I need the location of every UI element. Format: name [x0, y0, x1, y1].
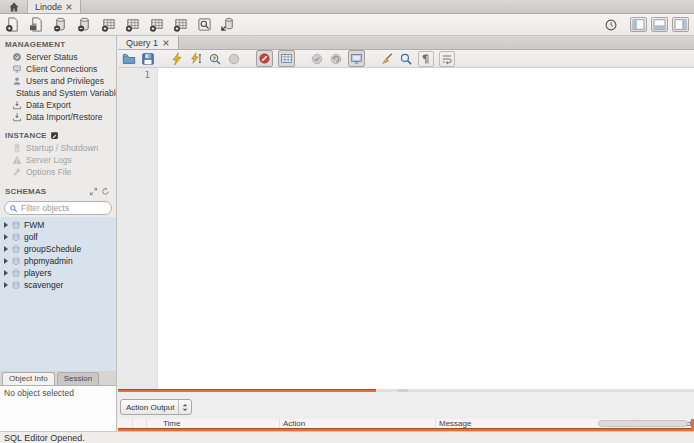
- close-icon[interactable]: [162, 39, 170, 47]
- sql-editor-area: Query 1: [118, 36, 694, 431]
- output-view-label: Action Output: [121, 403, 178, 412]
- execute-current-icon[interactable]: [189, 52, 203, 66]
- toggle-autocommit-icon[interactable]: [348, 50, 365, 67]
- sidebar-item-data-export[interactable]: Data Export: [0, 99, 116, 111]
- schemas-section-header: SCHEMAS: [0, 183, 116, 198]
- configure-icon[interactable]: [50, 131, 59, 140]
- connection-tab[interactable]: Linode: [28, 0, 81, 13]
- new-table-icon[interactable]: [77, 17, 92, 32]
- tab-object-info[interactable]: Object Info: [2, 372, 55, 385]
- horizontal-scrollbar[interactable]: [598, 420, 688, 427]
- expander-triangle-icon[interactable]: [4, 270, 8, 276]
- new-sql-tab-icon[interactable]: [5, 17, 20, 32]
- close-icon[interactable]: [65, 3, 73, 11]
- beautify-icon[interactable]: [380, 52, 394, 66]
- query-tab-label: Query 1: [126, 38, 158, 48]
- main-toolbar-left: [5, 17, 236, 32]
- users-icon: [12, 76, 22, 86]
- new-user-icon[interactable]: [173, 17, 188, 32]
- startup-shutdown-icon: [12, 143, 22, 153]
- toggle-right-panel-icon[interactable]: [672, 17, 689, 32]
- sidebar-item-label: Server Logs: [26, 155, 72, 165]
- info-panel-tabs: Object Info Session: [0, 371, 116, 385]
- schema-icon: [11, 268, 21, 278]
- schema-item-players[interactable]: players: [0, 267, 116, 279]
- output-col-index: [133, 419, 147, 428]
- schema-item-fwm[interactable]: FWM: [0, 219, 116, 231]
- new-view-icon[interactable]: [101, 17, 116, 32]
- sidebar-item-client-connections[interactable]: Client Connections: [0, 63, 116, 75]
- schema-item-scavenger[interactable]: scavenger: [0, 279, 116, 291]
- sidebar-item-data-import[interactable]: Data Import/Restore: [0, 111, 116, 123]
- main-toolbar-right: [604, 17, 689, 32]
- toggle-stop-on-error-icon[interactable]: [256, 50, 273, 67]
- instance-title: INSTANCE: [5, 131, 47, 140]
- schema-item-golf[interactable]: golf: [0, 231, 116, 243]
- save-icon[interactable]: [141, 52, 155, 66]
- editor-toolbar: [118, 50, 694, 68]
- sidebar-item-startup-shutdown[interactable]: Startup / Shutdown: [0, 142, 116, 154]
- tab-session[interactable]: Session: [57, 372, 99, 385]
- commit-icon[interactable]: [310, 52, 324, 66]
- schema-filter-input[interactable]: [21, 203, 106, 213]
- sidebar-item-users-privileges[interactable]: Users and Privileges: [0, 75, 116, 87]
- schema-filter[interactable]: [4, 201, 112, 215]
- main-toolbar: [0, 14, 694, 36]
- query-tab[interactable]: Query 1: [118, 36, 179, 49]
- output-view-select[interactable]: Action Output: [120, 399, 192, 415]
- new-schema-icon[interactable]: [53, 17, 68, 32]
- server-status-icon: [12, 52, 22, 62]
- wrap-text-icon[interactable]: [439, 51, 455, 67]
- find-icon[interactable]: [399, 52, 413, 66]
- data-export-icon: [12, 100, 22, 110]
- management-title: MANAGEMENT: [5, 40, 65, 49]
- execute-icon[interactable]: [170, 52, 184, 66]
- schema-icon: [11, 232, 21, 242]
- expander-triangle-icon[interactable]: [4, 282, 8, 288]
- clock-icon[interactable]: [604, 18, 618, 32]
- expand-panel-icon[interactable]: [89, 187, 98, 196]
- select-spinner-icon: [178, 400, 191, 414]
- output-panel: Action Output Time Action Message Durati…: [118, 392, 694, 431]
- schema-item-groupschedule[interactable]: groupSchedule: [0, 243, 116, 255]
- sidebar-item-label: Data Export: [26, 100, 71, 110]
- expander-triangle-icon[interactable]: [4, 234, 8, 240]
- sidebar-item-system-variables[interactable]: Status and System Variables: [0, 87, 116, 99]
- sidebar-item-label: Data Import/Restore: [26, 112, 103, 122]
- reconnect-db-icon[interactable]: [221, 17, 236, 32]
- limit-rows-icon[interactable]: [278, 50, 295, 67]
- output-col-time[interactable]: Time: [147, 419, 280, 428]
- stop-icon[interactable]: [227, 52, 241, 66]
- data-import-icon: [12, 112, 22, 122]
- new-procedure-icon[interactable]: [125, 17, 140, 32]
- new-function-icon[interactable]: [149, 17, 164, 32]
- sql-code-editor[interactable]: 1: [118, 68, 694, 389]
- expander-triangle-icon[interactable]: [4, 222, 8, 228]
- schema-label: phpmyadmin: [24, 256, 73, 266]
- open-sql-script-icon[interactable]: [29, 17, 44, 32]
- options-file-icon: [12, 167, 22, 177]
- output-col-status: [118, 419, 133, 428]
- mysql-workbench-window: Linode MANAGEMENT: [0, 0, 694, 443]
- expander-triangle-icon[interactable]: [4, 258, 8, 264]
- search-objects-icon[interactable]: [197, 17, 212, 32]
- sidebar-item-server-status[interactable]: Server Status: [0, 51, 116, 63]
- refresh-icon[interactable]: [101, 187, 110, 196]
- home-tab[interactable]: [0, 0, 28, 13]
- open-file-icon[interactable]: [122, 52, 136, 66]
- schema-label: scavenger: [24, 280, 63, 290]
- schema-icon: [11, 244, 21, 254]
- toggle-bottom-panel-icon[interactable]: [651, 17, 668, 32]
- explain-icon[interactable]: [208, 52, 222, 66]
- schema-label: FWM: [24, 220, 44, 230]
- sidebar-item-server-logs[interactable]: Server Logs: [0, 154, 116, 166]
- sidebar-item-label: Status and System Variables: [16, 88, 116, 98]
- output-col-action[interactable]: Action: [280, 419, 436, 428]
- toggle-left-panel-icon[interactable]: [630, 17, 647, 32]
- expander-triangle-icon[interactable]: [4, 246, 8, 252]
- invisible-characters-icon[interactable]: [418, 51, 434, 67]
- rollback-icon[interactable]: [329, 52, 343, 66]
- sidebar-item-options-file[interactable]: Options File: [0, 166, 116, 178]
- sidebar-item-label: Server Status: [26, 52, 78, 62]
- schema-item-phpmyadmin[interactable]: phpmyadmin: [0, 255, 116, 267]
